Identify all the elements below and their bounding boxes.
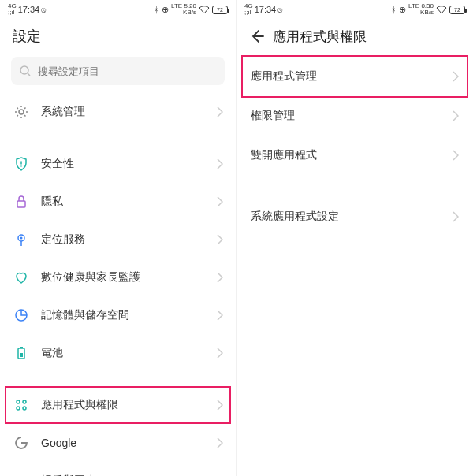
svg-rect-3 <box>17 201 25 207</box>
settings-item[interactable]: Google <box>0 424 236 462</box>
back-button[interactable] <box>246 25 268 47</box>
svg-point-0 <box>20 66 28 74</box>
item-label: 雙開應用程式 <box>251 148 441 162</box>
heart-icon <box>13 269 30 286</box>
settings-item[interactable]: 記憶體與儲存空間 <box>0 296 236 334</box>
svg-rect-8 <box>20 347 23 348</box>
apps-item[interactable]: 系統應用程式設定 <box>236 197 473 236</box>
apps-permissions-pane: 4G;;ıl 17:34 ⍉ ᚼ ⊕ LTE 0.30KB/s 72 應用程式與… <box>236 0 473 476</box>
item-label: 記憶體與儲存空間 <box>41 308 206 322</box>
gear-icon <box>13 103 30 121</box>
header: 應用程式與權限 <box>236 19 473 57</box>
pie-icon <box>13 307 30 324</box>
pin-icon <box>13 231 30 248</box>
item-label: Google <box>41 437 206 449</box>
settings-list: 系統管理 安全性 隱私 定位服務 數位健康與家長監護 記憶體與儲存空間 電池 應… <box>0 93 236 476</box>
search-input[interactable] <box>38 65 217 77</box>
google-icon <box>13 434 30 452</box>
svg-point-10 <box>17 400 20 403</box>
lte-speed: LTE 5.20KB/s <box>171 3 196 16</box>
lock-icon <box>13 193 30 210</box>
settings-pane: 4G;;ıl 17:34 ⍉ ᚼ ⊕ LTE 5.20KB/s 72 設定 系統… <box>0 0 236 476</box>
apps-item[interactable]: 權限管理 <box>236 96 473 136</box>
svg-line-1 <box>28 73 30 76</box>
section-gap <box>0 372 236 386</box>
settings-item[interactable]: 帳戶與同步 <box>0 462 236 476</box>
svg-point-12 <box>17 407 20 410</box>
nfc-icon: ⍉ <box>41 5 47 14</box>
page-title: 設定 <box>0 19 236 57</box>
settings-item[interactable]: 數位健康與家長監護 <box>0 258 236 296</box>
bluetooth-icon: ᚼ <box>154 5 159 14</box>
signal-indicator: 4G;;ıl <box>244 3 253 16</box>
signal-indicator: 4G;;ıl <box>8 3 17 16</box>
svg-rect-9 <box>20 353 23 357</box>
settings-item[interactable]: 定位服務 <box>0 221 236 258</box>
status-bar: 4G;;ıl 17:34 ⍉ ᚼ ⊕ LTE 0.30KB/s 72 <box>236 0 473 19</box>
svg-point-11 <box>23 400 26 403</box>
search-icon <box>19 65 32 77</box>
item-label: 數位健康與家長監護 <box>41 270 206 284</box>
apps-item[interactable]: 應用程式管理 <box>236 57 473 96</box>
nfc-icon: ⍉ <box>277 5 283 14</box>
battery-indicator: 72 <box>212 6 228 14</box>
vibrate-icon: ⊕ <box>399 5 406 15</box>
battery-icon <box>13 344 30 362</box>
section-gap <box>0 131 236 145</box>
settings-item[interactable]: 電池 <box>0 334 236 372</box>
battery-indicator: 72 <box>449 6 465 14</box>
shield-icon <box>13 155 30 173</box>
apps-item[interactable]: 雙開應用程式 <box>236 136 473 175</box>
item-label: 系統管理 <box>41 105 206 119</box>
svg-point-5 <box>20 237 23 240</box>
bluetooth-icon: ᚼ <box>391 5 397 14</box>
item-label: 電池 <box>41 346 206 360</box>
settings-item[interactable]: 隱私 <box>0 183 236 221</box>
wifi-icon <box>199 6 210 13</box>
apps-list: 應用程式管理 權限管理 雙開應用程式 系統應用程式設定 <box>236 57 473 236</box>
lte-speed: LTE 0.30KB/s <box>408 3 434 16</box>
section-gap <box>236 175 473 197</box>
item-label: 定位服務 <box>41 232 206 247</box>
settings-item[interactable]: 應用程式與權限 <box>0 386 236 424</box>
settings-item[interactable]: 系統管理 <box>0 93 236 131</box>
item-label: 系統應用程式設定 <box>251 210 441 224</box>
key-icon <box>13 472 30 476</box>
settings-item[interactable]: 安全性 <box>0 145 236 183</box>
wifi-icon <box>436 6 447 13</box>
status-bar: 4G;;ıl 17:34 ⍉ ᚼ ⊕ LTE 5.20KB/s 72 <box>0 0 236 19</box>
clock: 17:34 <box>18 5 40 14</box>
search-box[interactable] <box>11 57 225 85</box>
item-label: 安全性 <box>41 157 206 171</box>
grid-icon <box>13 396 30 414</box>
header-title: 應用程式與權限 <box>273 28 367 46</box>
item-label: 權限管理 <box>251 109 441 123</box>
item-label: 應用程式與權限 <box>41 398 206 412</box>
svg-point-13 <box>23 407 26 410</box>
item-label: 隱私 <box>41 195 206 209</box>
vibrate-icon: ⊕ <box>162 5 169 15</box>
svg-point-2 <box>19 110 24 114</box>
item-label: 應用程式管理 <box>251 69 441 84</box>
clock: 17:34 <box>255 5 277 14</box>
